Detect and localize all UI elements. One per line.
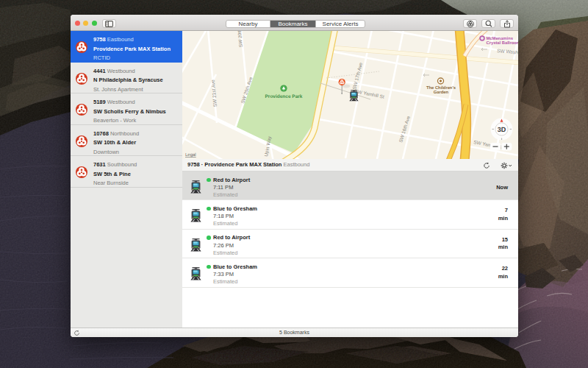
svg-text:3D: 3D: [498, 126, 506, 133]
svg-text:Crystal Ballroom: Crystal Ballroom: [487, 40, 519, 46]
svg-text:Legal: Legal: [185, 152, 196, 158]
svg-text:The Children's: The Children's: [426, 85, 456, 91]
svg-text:Providence Park: Providence Park: [265, 94, 303, 99]
svg-text:Garden: Garden: [434, 90, 449, 95]
